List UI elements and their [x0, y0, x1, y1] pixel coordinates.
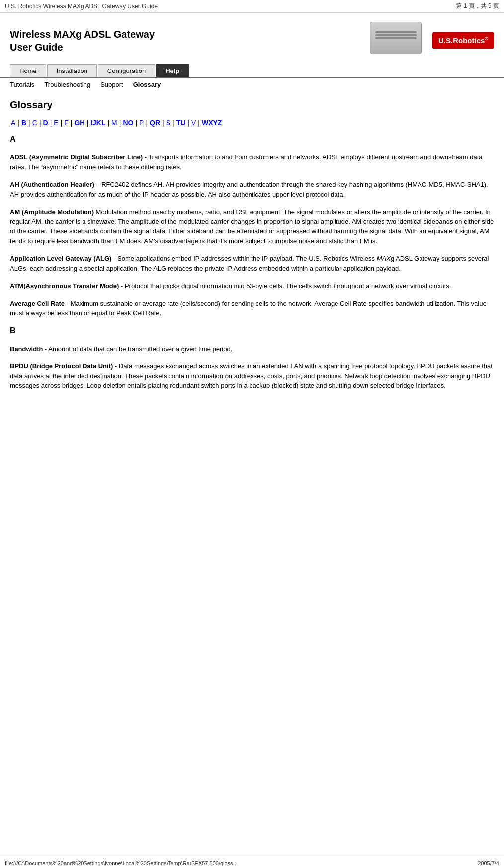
top-bar-left: U.S. Robotics Wireless MAXg ADSL Gateway…	[5, 3, 158, 10]
nav-tabs: Home Installation Configuration Help	[0, 64, 504, 78]
header-title: Wireless MAXg ADSL Gateway User Guide	[10, 28, 155, 54]
alpha-sep: |	[39, 119, 41, 127]
alpha-nav: A | B | C | D | E | F | GH | IJKL | M | …	[10, 119, 494, 127]
glossary-term: Application Level Gateway (ALG)	[10, 255, 111, 262]
glossary-entry: AH (Authentication Header) – RFC2402 def…	[10, 180, 494, 199]
tab-installation[interactable]: Installation	[47, 64, 97, 77]
alpha-link-c[interactable]: C	[32, 119, 37, 127]
glossary-term: ATM(Asynchronous Transfer Mode)	[10, 282, 119, 289]
main-content: Glossary A | B | C | D | E | F | GH | IJ…	[0, 91, 504, 407]
tab-help[interactable]: Help	[156, 64, 189, 77]
usrobotics-logo: U.S.Robotics®	[432, 32, 494, 49]
section-letter-b: B	[10, 326, 494, 335]
glossary-definition: - Maximum sustainable or average rate (c…	[10, 300, 487, 317]
alpha-sep: |	[107, 119, 109, 127]
sub-nav-tutorials[interactable]: Tutorials	[10, 81, 34, 88]
alpha-link-a[interactable]: A	[11, 119, 15, 127]
alpha-link-p[interactable]: P	[139, 119, 144, 127]
alpha-link-b[interactable]: B	[21, 119, 26, 127]
glossary-term: BPDU (Bridge Protocol Data Unit)	[10, 362, 113, 370]
glossary-definition: - Protocol that packs digital informatio…	[119, 282, 451, 289]
alpha-sep: |	[28, 119, 30, 127]
alpha-link-ijkl[interactable]: IJKL	[90, 119, 105, 127]
glossary-term: AM (Amplitude Modulation)	[10, 208, 94, 216]
alpha-link-no[interactable]: NO	[123, 119, 133, 127]
glossary-entry: ADSL (Asymmetric Digital Subscriber Line…	[10, 152, 494, 172]
glossary-entry: Application Level Gateway (ALG) - Some a…	[10, 254, 494, 273]
alpha-sep: |	[135, 119, 137, 127]
router-image	[370, 22, 424, 59]
header-area: Wireless MAXg ADSL Gateway User Guide U.…	[0, 13, 504, 64]
alpha-sep: |	[50, 119, 52, 127]
sub-nav-support[interactable]: Support	[100, 81, 123, 88]
router-shape	[370, 22, 422, 54]
alpha-sep: |	[86, 119, 88, 127]
alpha-link-gh[interactable]: GH	[74, 119, 84, 127]
alpha-link-qr[interactable]: QR	[150, 119, 160, 127]
alpha-link-e[interactable]: E	[54, 119, 58, 127]
alpha-link-wxyz[interactable]: WXYZ	[202, 119, 222, 127]
alpha-link-d[interactable]: D	[43, 119, 48, 127]
glossary-entry: ATM(Asynchronous Transfer Mode) - Protoc…	[10, 281, 494, 291]
alpha-link-s[interactable]: S	[166, 119, 170, 127]
alpha-link-m[interactable]: M	[111, 119, 117, 127]
glossary-term: AH (Authentication Header)	[10, 181, 94, 188]
top-bar-right: 第 1 頁，共 9 頁	[456, 2, 499, 10]
sub-nav-troubleshooting[interactable]: Troubleshooting	[44, 81, 90, 88]
glossary-entry: AM (Amplitude Modulation) Modulation met…	[10, 207, 494, 246]
alpha-sep: |	[162, 119, 164, 127]
glossary-entry: Bandwidth - Amount of data that can be t…	[10, 344, 494, 354]
sections-container: AADSL (Asymmetric Digital Subscriber Lin…	[10, 135, 494, 391]
alpha-sep: |	[198, 119, 200, 127]
alpha-sep: |	[61, 119, 63, 127]
tab-configuration[interactable]: Configuration	[98, 64, 155, 77]
bottom-bar-right: 2005/7/4	[478, 860, 499, 866]
alpha-sep: |	[146, 119, 148, 127]
alpha-sep: |	[17, 119, 19, 127]
tab-home[interactable]: Home	[10, 64, 46, 77]
sub-nav-glossary[interactable]: Glossary	[133, 81, 161, 88]
alpha-link-v[interactable]: V	[191, 119, 196, 127]
alpha-sep: |	[172, 119, 174, 127]
glossary-term: Average Cell Rate	[10, 300, 65, 307]
glossary-entry: BPDU (Bridge Protocol Data Unit) - Data …	[10, 362, 494, 391]
alpha-sep: |	[71, 119, 73, 127]
glossary-term: Bandwidth	[10, 345, 43, 353]
alpha-sep: |	[187, 119, 189, 127]
top-bar: U.S. Robotics Wireless MAXg ADSL Gateway…	[0, 0, 504, 13]
alpha-link-f[interactable]: F	[64, 119, 69, 127]
glossary-entry: Average Cell Rate - Maximum sustainable …	[10, 299, 494, 318]
alpha-link-tu[interactable]: TU	[176, 119, 186, 127]
bottom-bar: file:///C:\Documents%20and%20Settings\iv…	[0, 858, 504, 868]
glossary-definition: - Amount of data that can be transmitted…	[43, 345, 232, 353]
sub-nav: Tutorials Troubleshooting Support Glossa…	[0, 78, 504, 91]
section-letter-a: A	[10, 135, 494, 144]
bottom-bar-left: file:///C:\Documents%20and%20Settings\iv…	[5, 860, 238, 866]
glossary-term: ADSL (Asymmetric Digital Subscriber Line…	[10, 153, 143, 161]
page-title: Glossary	[10, 99, 494, 111]
logo-area: U.S.Robotics®	[370, 22, 494, 59]
alpha-sep: |	[119, 119, 121, 127]
